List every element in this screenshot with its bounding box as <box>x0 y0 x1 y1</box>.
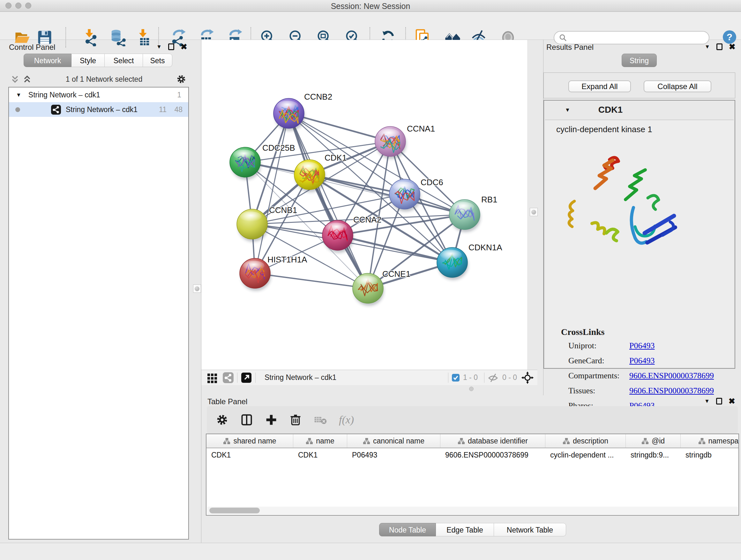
control-panel-title: Control Panel <box>9 43 55 52</box>
network-collection-row[interactable]: ▼ String Network – cdk1 1 <box>9 87 188 102</box>
crosslink-label: GeneCard: <box>568 356 604 365</box>
tab-edge-table[interactable]: Edge Table <box>436 523 494 537</box>
network-status-dot <box>15 107 20 112</box>
status-bar: Memory <box>0 543 741 560</box>
crosslink-label: Uniprot: <box>568 341 596 350</box>
column-header-description[interactable]: description <box>545 434 626 448</box>
panel-float-icon[interactable] <box>716 398 722 405</box>
cell-database-identifier[interactable]: 9606.ENSP00000378699 <box>441 451 545 459</box>
delete-column-trash-icon[interactable] <box>289 414 302 426</box>
column-header-database-identifier[interactable]: database identifier <box>441 434 545 448</box>
tab-string[interactable]: String <box>622 54 657 67</box>
tab-style[interactable]: Style <box>71 54 105 67</box>
protein-collapse-icon[interactable]: ▼ <box>565 107 570 113</box>
network-view-share-icon[interactable] <box>222 372 234 383</box>
network-view-statusbar: String Network – cdk1 1 - 0 0 - 0 <box>201 370 537 385</box>
network-node-label: CCNA1 <box>407 124 435 133</box>
crosslink-label: Compartments: <box>568 371 619 380</box>
results-panel-splitter-handle[interactable] <box>530 208 538 216</box>
collection-count: 1 <box>177 91 181 99</box>
collection-expand-icon[interactable]: ▼ <box>16 92 21 98</box>
protein-description: cyclin-dependent kinase 1 <box>556 125 652 134</box>
network-canvas[interactable]: CCNB2CCNA1CDC25BCDK1CDC6RB1CCNB1CCNA2CDK… <box>201 40 527 370</box>
network-options-gear-icon[interactable] <box>176 74 186 84</box>
current-network-name: String Network – cdk1 <box>265 373 336 382</box>
crosslink-value-link[interactable]: 9606.ENSP00000378699 <box>629 371 714 381</box>
tab-sets[interactable]: Sets <box>143 54 172 67</box>
crosslink-value-link[interactable]: P06493 <box>629 356 655 366</box>
table-panel-splitter-handle[interactable] <box>469 387 474 391</box>
column-header-id[interactable]: @id <box>626 434 681 448</box>
cell-description[interactable]: cyclin-dependent ... <box>545 451 626 459</box>
panel-close-icon[interactable]: ✖ <box>729 397 735 405</box>
delete-table-icon[interactable] <box>313 414 327 426</box>
crosslink-value-link[interactable]: P06493 <box>629 341 655 351</box>
table-row[interactable]: CDK1 CDK1 P06493 9606.ENSP00000378699 cy… <box>206 448 738 462</box>
statusbar-separator <box>237 373 238 383</box>
protein-card-body: cyclin-dependent kinase 1 <box>545 120 734 367</box>
cell-name[interactable]: CDK1 <box>293 451 347 459</box>
protein-result-card: ▼ CDK1 cyclin-dependent kinase 1 <box>543 100 735 369</box>
birdseye-crosshair-icon[interactable] <box>521 371 534 384</box>
selected-checkbox-icon[interactable] <box>452 374 460 382</box>
crosslinks-title: CrossLinks <box>561 327 604 337</box>
panel-close-icon[interactable]: ✖ <box>181 43 187 51</box>
grid-view-icon[interactable] <box>206 372 218 383</box>
function-builder-icon[interactable]: f(x) <box>339 414 354 426</box>
cell-canonical-name[interactable]: P06493 <box>347 451 441 459</box>
panel-menu-icon[interactable]: ▼ <box>704 398 710 404</box>
network-list-toolbar: 1 of 1 Network selected <box>8 71 189 87</box>
collapse-all-button[interactable]: Collapse All <box>644 80 711 92</box>
tab-network[interactable]: Network <box>23 54 71 67</box>
collection-label: String Network – cdk1 <box>28 91 100 99</box>
table-header-row: shared name name canonical name database… <box>206 434 738 448</box>
network-tree: ▼ String Network – cdk1 1 String Network… <box>8 87 189 540</box>
attribute-icon <box>223 437 230 445</box>
table-horizontal-scrollbar[interactable] <box>207 507 738 514</box>
hidden-nodes-edges-count: 0 - 0 <box>502 373 517 382</box>
splitter-dot-icon <box>195 287 199 291</box>
table-type-tabs: Node Table Edge Table Network Table <box>379 523 566 537</box>
crosslink-value-link[interactable]: 9606.ENSP00000378699 <box>629 386 714 395</box>
selected-nodes-edges-count: 1 - 0 <box>463 373 478 382</box>
scrollbar-thumb[interactable] <box>209 508 260 513</box>
column-header-shared-name[interactable]: shared name <box>206 434 293 448</box>
column-header-name[interactable]: name <box>293 434 347 448</box>
table-toolbar: f(x) <box>207 406 738 434</box>
network-row-selected[interactable]: String Network – cdk1 11 48 <box>9 102 188 117</box>
network-node-label: HIST1H1A <box>267 255 307 264</box>
network-graph: CCNB2CCNA1CDC25BCDK1CDC6RB1CCNB1CCNA2CDK… <box>201 40 527 370</box>
network-label: String Network – cdk1 <box>66 105 138 114</box>
detach-view-icon[interactable] <box>241 372 252 383</box>
control-panel-controls: ▼ ✖ <box>156 43 187 51</box>
network-edge[interactable] <box>255 273 368 288</box>
add-column-plus-icon[interactable] <box>265 414 278 426</box>
tab-node-table[interactable]: Node Table <box>379 523 436 537</box>
network-node-label: CCNB1 <box>269 205 297 215</box>
cell-shared-name[interactable]: CDK1 <box>206 451 293 459</box>
hidden-eye-slash-icon[interactable] <box>488 372 498 383</box>
cell-id[interactable]: stringdb:9... <box>626 451 681 459</box>
column-header-namespace[interactable]: namespace <box>681 434 739 448</box>
tab-network-table[interactable]: Network Table <box>494 523 566 537</box>
column-header-canonical-name[interactable]: canonical name <box>347 434 441 448</box>
expand-all-chevron-icon[interactable] <box>22 74 32 84</box>
network-node-label: CDC6 <box>421 178 443 187</box>
panel-menu-icon[interactable]: ▼ <box>156 44 162 50</box>
attribute-icon <box>363 437 370 445</box>
tab-select[interactable]: Select <box>105 54 143 67</box>
expand-all-button[interactable]: Expand All <box>568 80 631 92</box>
collapse-all-chevron-icon[interactable] <box>10 74 20 84</box>
table-settings-gear-icon[interactable] <box>216 414 228 426</box>
cell-namespace[interactable]: stringdb <box>681 451 739 459</box>
results-panel-tabs: String <box>622 54 657 67</box>
control-panel-splitter-handle[interactable] <box>193 285 201 293</box>
table-panel-title: Table Panel <box>207 397 247 406</box>
table-panel-controls: ▼ ✖ <box>704 397 735 405</box>
panel-float-icon[interactable] <box>717 44 723 50</box>
protein-card-header[interactable]: ▼ CDK1 <box>544 101 735 119</box>
panel-float-icon[interactable] <box>168 44 174 50</box>
show-columns-icon[interactable] <box>240 413 253 427</box>
panel-menu-icon[interactable]: ▼ <box>704 44 710 50</box>
panel-close-icon[interactable]: ✖ <box>729 43 736 51</box>
